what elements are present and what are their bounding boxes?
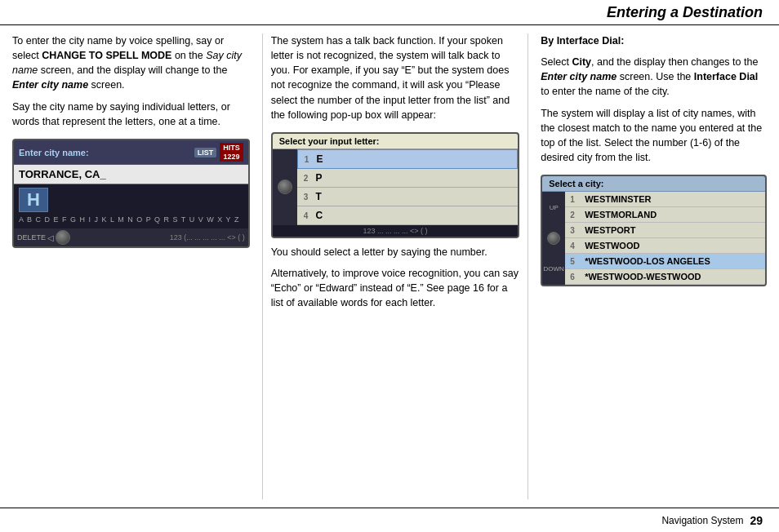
mid-para1: The system has a talk back function. If … bbox=[271, 33, 520, 122]
item-num-1: 1 bbox=[305, 155, 309, 164]
city-item-1[interactable]: 1 WESTMINSTER bbox=[565, 192, 765, 207]
city-knob-col: UP DOWN bbox=[542, 192, 565, 285]
keyboard-area: H A B C D E F G H I J K L M N O P Q R S … bbox=[14, 184, 248, 228]
select-city-screen: Select a city: UP DOWN 1 WESTMINSTER 2 W… bbox=[541, 175, 767, 286]
city-name-5: *WESTWOOD-LOS ANGELES bbox=[585, 256, 710, 266]
item-num-4: 4 bbox=[304, 211, 309, 220]
cnum-1: 1 bbox=[570, 195, 581, 204]
delete-arrow-icon: ◁ bbox=[47, 233, 54, 242]
select-item-1[interactable]: 1 E bbox=[297, 149, 519, 169]
select-body: 1 E 2 P 3 T 4 C bbox=[273, 149, 519, 225]
left-p1-bold2: Enter city name bbox=[12, 79, 88, 91]
item-letter-2: P bbox=[316, 172, 323, 184]
select-footer: 123 ... ... ... ... <> ( ) bbox=[273, 225, 519, 237]
screen-header-label: Enter city name: bbox=[19, 148, 89, 157]
left-para1: To enter the city name by voice spelling… bbox=[12, 33, 250, 93]
col-left: To enter the city name by voice spelling… bbox=[12, 33, 254, 499]
city-screen-header: Select a city: bbox=[542, 176, 765, 192]
city-name-3: WESTPORT bbox=[585, 225, 635, 235]
select-header: Select your input letter: bbox=[273, 134, 519, 149]
rp1-italic: Enter city name bbox=[541, 71, 617, 82]
select-knob[interactable] bbox=[278, 180, 292, 194]
delete-label: DELETE bbox=[17, 233, 46, 242]
cnum-2: 2 bbox=[570, 211, 581, 219]
city-item-3[interactable]: 3 WESTPORT bbox=[565, 223, 765, 238]
select-knob-col bbox=[273, 149, 297, 225]
hits-box: HITS 1229 bbox=[220, 143, 243, 162]
city-name-1: WESTMINSTER bbox=[585, 194, 651, 204]
city-name-2: WESTMORLAND bbox=[585, 210, 657, 219]
bottom-bar-text: 123 (... ... ... ... ... <> ( ) bbox=[170, 233, 245, 242]
footer-nav-label: Navigation System bbox=[661, 515, 743, 526]
item-num-2: 2 bbox=[304, 174, 309, 183]
select-item-4[interactable]: 4 C bbox=[297, 206, 519, 225]
item-letter-1: E bbox=[317, 153, 323, 165]
content-area: To enter the city name by voice spelling… bbox=[0, 25, 779, 508]
rp1-t4: to enter the name of the city. bbox=[541, 86, 670, 97]
city-item-2[interactable]: 2 WESTMORLAND bbox=[565, 207, 765, 223]
alpha-row: A B C D E F G H I J K L M N O P Q R S T … bbox=[19, 215, 243, 224]
mid-para2: You should select a letter by saying the… bbox=[271, 245, 520, 259]
city-item-6[interactable]: 6 *WESTWOOD-WESTWOOD bbox=[565, 269, 765, 285]
cnum-6: 6 bbox=[570, 273, 581, 282]
page-title: Entering a Destination bbox=[607, 4, 763, 21]
right-para2: The system will display a list of city n… bbox=[541, 106, 767, 166]
select-list: 1 E 2 P 3 T 4 C bbox=[297, 149, 519, 225]
rp1-bold1: City bbox=[572, 56, 591, 68]
col-right: By Interface Dial: Select City, and the … bbox=[536, 33, 767, 499]
left-p1-text2: on the bbox=[171, 50, 206, 61]
city-list: 1 WESTMINSTER 2 WESTMORLAND 3 WESTPORT 4… bbox=[565, 192, 765, 285]
right-heading-text: By Interface Dial: bbox=[541, 35, 624, 47]
cnum-5: 5 bbox=[570, 257, 581, 266]
item-num-3: 3 bbox=[304, 193, 309, 202]
rp1-t1: Select bbox=[541, 56, 572, 68]
col-mid: The system has a talk back function. If … bbox=[262, 33, 529, 499]
page-title-bar: Entering a Destination bbox=[0, 0, 779, 24]
rp1-bold2: Interface Dial bbox=[694, 71, 759, 82]
city-item-5[interactable]: 5 *WESTWOOD-LOS ANGELES bbox=[565, 254, 765, 269]
left-p1-text4: screen. bbox=[88, 79, 124, 91]
left-para2: Say the city name by saying individual l… bbox=[12, 100, 250, 129]
rp1-t2: , and the display then changes to the bbox=[591, 56, 758, 68]
left-p1-bold: CHANGE TO SPELL MODE bbox=[42, 50, 171, 61]
delete-button[interactable]: DELETE ◁ bbox=[17, 230, 70, 245]
item-letter-3: T bbox=[316, 191, 322, 202]
city-name-6: *WESTWOOD-WESTWOOD bbox=[585, 272, 701, 282]
screen-header: Enter city name: LIST HITS 1229 bbox=[14, 140, 248, 166]
right-para1: Select City, and the display then change… bbox=[541, 55, 767, 99]
footer: Navigation System 29 bbox=[0, 508, 779, 532]
select-item-2[interactable]: 2 P bbox=[297, 169, 519, 188]
city-input-field[interactable]: TORRANCE, CA_ bbox=[14, 165, 248, 184]
select-item-3[interactable]: 3 T bbox=[297, 188, 519, 206]
list-button[interactable]: LIST bbox=[194, 148, 217, 157]
down-label: DOWN bbox=[544, 265, 564, 273]
current-letter: H bbox=[19, 188, 48, 212]
city-item-4[interactable]: 4 WESTWOOD bbox=[565, 238, 765, 254]
cnum-3: 3 bbox=[570, 226, 581, 235]
left-p1-text3: screen, and the display will change to t… bbox=[38, 64, 227, 76]
rp1-t3: screen. Use the bbox=[617, 71, 694, 82]
mid-para3: Alternatively, to improve voice recognit… bbox=[271, 266, 520, 310]
knob-icon[interactable] bbox=[56, 230, 70, 245]
footer-page-number: 29 bbox=[750, 514, 763, 527]
city-input-text: TORRANCE, CA_ bbox=[19, 168, 106, 180]
enter-city-screen: Enter city name: LIST HITS 1229 TORRANCE… bbox=[12, 139, 250, 249]
city-name-4: WESTWOOD bbox=[585, 241, 639, 250]
screen-bottom-bar: DELETE ◁ 123 (... ... ... ... ... <> ( ) bbox=[14, 228, 248, 246]
up-label: UP bbox=[550, 204, 559, 211]
cnum-4: 4 bbox=[570, 242, 581, 250]
select-letter-screen: Select your input letter: 1 E 2 P 3 bbox=[271, 132, 520, 238]
hits-val: 1229 bbox=[223, 153, 240, 162]
item-letter-4: C bbox=[316, 210, 323, 221]
city-knob[interactable] bbox=[547, 232, 560, 245]
right-heading: By Interface Dial: bbox=[541, 33, 767, 48]
city-body: UP DOWN 1 WESTMINSTER 2 WESTMORLAND 3 bbox=[542, 192, 765, 285]
hits-label: HITS bbox=[223, 144, 240, 153]
